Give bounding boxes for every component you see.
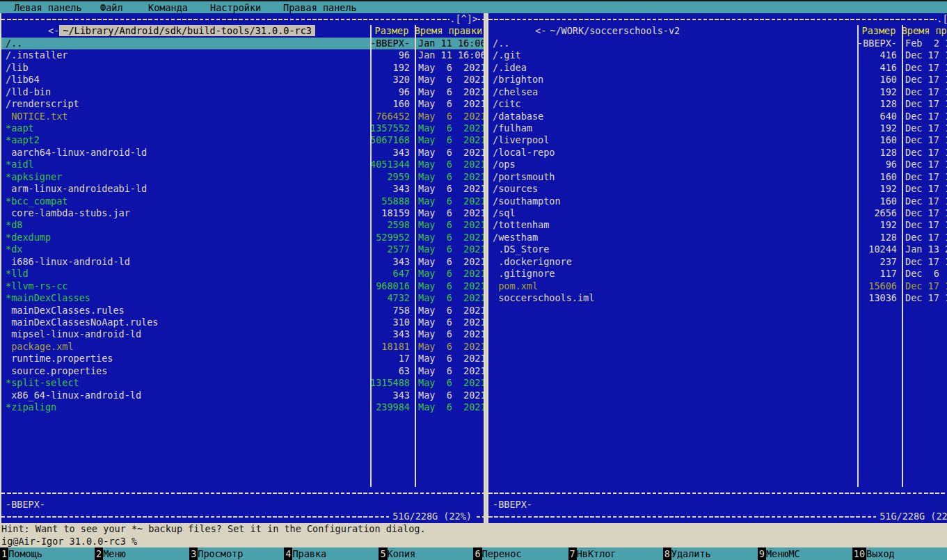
- right-panel-path[interactable]: ~/WORK/soccerschools-v2: [546, 25, 683, 36]
- file-row[interactable]: /.git416Dec 17 15: [488, 49, 947, 61]
- shell-prompt[interactable]: ig@Air-Igor 31.0.0-rc3 %: [0, 536, 947, 547]
- file-row[interactable]: core-lambda-stubs.jar18159May 6 2021: [1, 207, 484, 219]
- file-row[interactable]: *split-select1315488May 6 2021: [1, 377, 484, 389]
- file-mtime: May 6 2021: [413, 280, 484, 292]
- fkey-button-7[interactable]: 7НвКтлог: [568, 547, 663, 560]
- fkey-number: 7: [568, 547, 577, 560]
- right-panel-controls[interactable]: .[^]>: [937, 13, 947, 25]
- file-row[interactable]: /lib192May 6 2021: [1, 62, 484, 74]
- file-row[interactable]: .dockerignore237Dec 17 15: [488, 256, 947, 268]
- file-row[interactable]: i686-linux-android-ld343May 6 2021: [1, 256, 484, 268]
- fkey-button-2[interactable]: 2Меню: [95, 547, 189, 560]
- file-row[interactable]: /portsmouth160Dec 17 15: [488, 171, 947, 183]
- left-panel-path[interactable]: ~/Library/Android/sdk/build-tools/31.0.0…: [59, 25, 315, 36]
- file-row[interactable]: /brighton160Dec 17 15: [488, 74, 947, 86]
- file-row[interactable]: mainDexClasses.rules758May 6 2021: [1, 305, 484, 317]
- file-row[interactable]: mainDexClassesNoAapt.rules310May 6 2021: [1, 317, 484, 328]
- file-row[interactable]: /renderscript160May 6 2021: [1, 98, 484, 110]
- file-row[interactable]: soccerschools.iml13036Dec 17 15: [488, 292, 947, 304]
- file-row[interactable]: *aapt1357552May 6 2021: [1, 122, 484, 134]
- file-row[interactable]: .DS_Store10244Jan 13 20: [488, 243, 947, 255]
- right-panel-history-back[interactable]: <-: [535, 25, 546, 36]
- left-panel-controls[interactable]: .[^]>: [449, 13, 478, 25]
- file-size: -ВВЕРХ-: [857, 38, 900, 49]
- file-row[interactable]: *dx2577May 6 2021: [1, 243, 484, 255]
- file-row[interactable]: pom.xml15606Dec 17 15: [488, 280, 947, 292]
- fkey-number: 2: [95, 547, 103, 560]
- file-size: [370, 450, 413, 462]
- file-row[interactable]: /lld-bin96May 6 2021: [1, 86, 484, 98]
- file-name: /citc: [488, 98, 857, 110]
- right-file-list: /..-ВВЕРХ-Feb 2 14/.git416Dec 17 15/.ide…: [488, 38, 947, 487]
- file-row[interactable]: /southampton160Dec 17 15: [488, 195, 947, 207]
- file-row[interactable]: /westham128Dec 17 15: [488, 232, 947, 243]
- file-row[interactable]: /tottenham192Dec 17 15: [488, 219, 947, 231]
- left-panel-history-back[interactable]: <-: [48, 25, 59, 36]
- size-column-header[interactable]: Размер: [370, 25, 413, 37]
- file-mtime: [900, 474, 947, 486]
- file-mtime: [900, 401, 947, 413]
- file-row[interactable]: /citc128Dec 17 15: [488, 98, 947, 110]
- mtime-column-header[interactable]: Время правки: [900, 25, 947, 37]
- left-panel-separator: [1, 487, 484, 499]
- file-row[interactable]: /liverpool160Dec 17 15: [488, 134, 947, 146]
- file-row[interactable]: *aapt25067168May 6 2021: [1, 134, 484, 146]
- file-row[interactable]: /.idea416Dec 17 15: [488, 62, 947, 74]
- file-row[interactable]: package.xml18181May 6 2021: [1, 341, 484, 353]
- file-size: 13036: [857, 292, 900, 304]
- file-row[interactable]: x86_64-linux-android-ld343May 6 2021: [1, 390, 484, 401]
- fkey-button-3[interactable]: 3Просмотр: [189, 547, 284, 560]
- file-name: [488, 401, 857, 413]
- file-row[interactable]: NOTICE.txt766452May 6 2021: [1, 111, 484, 122]
- fkey-number: 8: [663, 547, 671, 560]
- file-row[interactable]: runtime.properties17May 6 2021: [1, 353, 484, 365]
- file-row[interactable]: *lld647May 6 2021: [1, 268, 484, 280]
- file-row[interactable]: *zipalign239984May 6 2021: [1, 401, 484, 413]
- right-panel-top-border: <-~/WORK/soccerschools-v2 .[^]>: [488, 13, 947, 25]
- file-row[interactable]: /chelsea192Dec 17 15: [488, 86, 947, 98]
- file-name: [488, 377, 857, 389]
- mtime-column-header[interactable]: Время правки: [413, 25, 484, 37]
- right-panel-status: -ВВЕРХ-: [488, 499, 947, 511]
- file-row[interactable]: /sql2656Dec 17 15: [488, 207, 947, 219]
- fkey-button-5[interactable]: 5Копия: [379, 547, 473, 560]
- file-row[interactable]: *mainDexClasses4732May 6 2021: [1, 292, 484, 304]
- file-row[interactable]: /ops96Dec 17 15: [488, 159, 947, 170]
- fkey-button-4[interactable]: 4Правка: [284, 547, 379, 560]
- file-row[interactable]: arm-linux-androideabi-ld343May 6 2021: [1, 183, 484, 195]
- file-row[interactable]: /fulham192Dec 17 15: [488, 122, 947, 134]
- file-row[interactable]: /.installer96Jan 11 16:06: [1, 49, 484, 61]
- file-mtime: May 6 2021: [413, 86, 484, 98]
- file-row[interactable]: *d82598May 6 2021: [1, 219, 484, 231]
- fkey-button-1[interactable]: 1Помощь: [0, 547, 95, 560]
- file-size: 4732: [370, 292, 413, 304]
- file-row[interactable]: aarch64-linux-android-ld343May 6 2021: [1, 147, 484, 159]
- file-mtime: May 6 2021: [413, 305, 484, 317]
- fkey-button-8[interactable]: 8Удалить: [663, 547, 758, 560]
- file-row[interactable]: /sources192Dec 17 15: [488, 183, 947, 195]
- file-row[interactable]: *bcc_compat55888May 6 2021: [1, 195, 484, 207]
- file-row[interactable]: /lib64320May 6 2021: [1, 74, 484, 86]
- file-name: /westham: [488, 232, 857, 243]
- file-name: /.git: [488, 49, 857, 61]
- size-column-header[interactable]: Размер: [857, 25, 900, 37]
- fkey-button-10[interactable]: 10Выход: [852, 547, 947, 560]
- file-size: [370, 413, 413, 425]
- file-row[interactable]: /database640Dec 17 15: [488, 111, 947, 122]
- file-row[interactable]: /local-repo128Dec 17 15: [488, 147, 947, 159]
- file-row[interactable]: .gitignore117Dec 6 2: [488, 268, 947, 280]
- fkey-button-6[interactable]: 6Перенос: [473, 547, 568, 560]
- file-row[interactable]: *dexdump529952May 6 2021: [1, 232, 484, 243]
- file-mtime: Feb 2 14: [900, 38, 947, 49]
- empty-row: [1, 450, 484, 462]
- file-mtime: Dec 17 15: [900, 147, 947, 159]
- file-name: [488, 328, 857, 340]
- file-mtime: Dec 17 15: [900, 86, 947, 98]
- file-row[interactable]: *llvm-rs-cc968016May 6 2021: [1, 280, 484, 292]
- file-row[interactable]: source.properties63May 6 2021: [1, 365, 484, 377]
- file-row[interactable]: *aidl4051344May 6 2021: [1, 159, 484, 170]
- file-row[interactable]: *apksigner2959May 6 2021: [1, 171, 484, 183]
- file-row[interactable]: mipsel-linux-android-ld343May 6 2021: [1, 328, 484, 340]
- right-column-divider-1: [857, 25, 859, 486]
- fkey-button-9[interactable]: 9МенюМС: [758, 547, 852, 560]
